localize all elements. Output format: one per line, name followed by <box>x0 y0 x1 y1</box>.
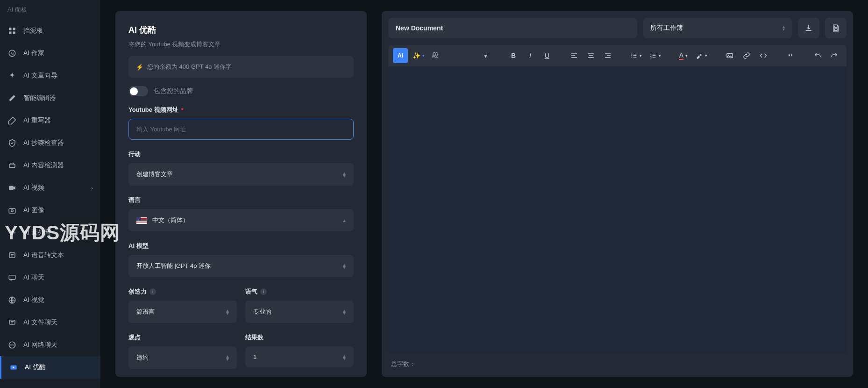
chevron-right-icon: › <box>91 185 93 191</box>
sidebar-item-video[interactable]: AI 视频 › <box>0 177 100 199</box>
form-panel: AI 优酷 将您的 Youtube 视频变成博客文章 ⚡ 您的余额为 400 G… <box>115 11 367 377</box>
mic-icon <box>7 251 17 260</box>
redo-button[interactable] <box>827 48 842 63</box>
main: AI 优酷 将您的 Youtube 视频变成博客文章 ⚡ 您的余额为 400 G… <box>100 0 868 388</box>
creativity-label: 创造力 i <box>128 287 237 296</box>
sidebar-item-dashboard[interactable]: 挡泥板 <box>0 20 100 42</box>
underline-button[interactable]: U <box>540 48 555 63</box>
workbook-select[interactable]: 所有工作簿 ▴▾ <box>643 18 792 38</box>
chat-icon <box>7 273 17 282</box>
bullet-list-button[interactable]: ▾ <box>627 48 645 63</box>
bold-button[interactable]: B <box>506 48 521 63</box>
chevron-updown-icon: ▴▾ <box>343 309 346 315</box>
sidebar-item-rewriter[interactable]: AI 重写器 <box>0 109 100 132</box>
sidebar-item-label: AI 图像 <box>23 206 44 215</box>
editor-content[interactable] <box>388 66 847 353</box>
info-icon: i <box>260 288 267 295</box>
text-color-button[interactable]: A▾ <box>676 48 691 63</box>
svg-text:3: 3 <box>650 57 652 59</box>
svg-rect-7 <box>9 186 14 190</box>
pen-icon <box>7 93 17 103</box>
sidebar-item-writer[interactable]: AI AI 作家 <box>0 42 100 65</box>
svg-point-17 <box>631 55 632 56</box>
ai-button[interactable]: AI <box>393 48 408 63</box>
sidebar-item-filechat[interactable]: AI 文件聊天 <box>0 311 100 334</box>
sidebar-item-plagiarism[interactable]: AI 抄袭检查器 <box>0 132 100 154</box>
svg-rect-2 <box>9 32 11 34</box>
sidebar-item-youku[interactable]: AI 优酷 <box>0 356 100 379</box>
sidebar-item-stt[interactable]: AI 语音转文本 <box>0 244 100 266</box>
document-name-input[interactable] <box>388 18 637 38</box>
sidebar-item-label: AI 网络聊天 <box>23 341 57 349</box>
sidebar-item-label: AI 语音转文本 <box>23 251 64 259</box>
link-button[interactable] <box>739 48 754 63</box>
youtube-url-input[interactable] <box>128 119 354 140</box>
model-select[interactable]: 开放人工智能 |GPT 4o 迷你 ▴▾ <box>128 255 354 277</box>
highlight-button[interactable]: ▾ <box>693 48 710 63</box>
number-list-button[interactable]: 123▾ <box>647 48 664 63</box>
lang-label: 语言 <box>128 196 354 204</box>
sidebar-item-chat[interactable]: AI 聊天 <box>0 266 100 289</box>
sidebar-item-label: AI 内容检测器 <box>23 161 64 170</box>
sidebar-item-editor[interactable]: 智能编辑器 <box>0 87 100 109</box>
sidebar-item-label: AI 视觉 <box>23 296 44 304</box>
sidebar-item-image[interactable]: AI 图像 <box>0 199 100 222</box>
align-center-button[interactable] <box>583 48 598 63</box>
sidebar-item-wizard[interactable]: AI 文章向导 <box>0 65 100 87</box>
brand-toggle[interactable] <box>128 86 148 96</box>
paragraph-select[interactable]: 段▾ <box>429 51 490 60</box>
download-button[interactable] <box>798 18 819 38</box>
sidebar-item-label: AI 作家 <box>23 49 44 57</box>
model-label: AI 模型 <box>128 242 354 250</box>
bolt-icon: ⚡ <box>136 64 143 71</box>
svg-rect-6 <box>9 164 15 168</box>
flag-us-icon <box>136 217 147 224</box>
results-label: 结果数 <box>245 333 354 342</box>
sidebar-item-label: AI 优酷 <box>25 363 46 372</box>
quote-button[interactable] <box>783 48 798 63</box>
edit-icon <box>7 116 17 125</box>
sidebar-item-label: AI 聊天 <box>23 273 44 282</box>
results-select[interactable]: 1 ▴▾ <box>245 346 354 367</box>
detector-icon <box>7 161 17 170</box>
svg-rect-3 <box>13 32 15 34</box>
action-label: 行动 <box>128 150 354 158</box>
sidebar-item-voiceover[interactable]: AI 画外音 › <box>0 222 100 244</box>
svg-rect-10 <box>9 253 15 258</box>
creativity-select[interactable]: 源语言 ▴▾ <box>128 301 237 323</box>
brand-toggle-label: 包含您的品牌 <box>154 87 193 95</box>
chevron-updown-icon: ▴▾ <box>226 355 229 360</box>
action-select[interactable]: 创建博客文章 ▴▾ <box>128 163 354 186</box>
language-select[interactable]: 中文（简体） ▴ <box>128 209 354 231</box>
balance-text: 您的余额为 400 GPT 4o 迷你字 <box>147 63 232 71</box>
sidebar-item-webchat[interactable]: AI 网络聊天 <box>0 334 100 356</box>
sidebar-item-label: AI 画外音 <box>23 229 51 237</box>
sidebar-item-detector[interactable]: AI 内容检测器 <box>0 154 100 177</box>
page-title: AI 优酷 <box>128 24 354 36</box>
audio-icon <box>7 228 17 237</box>
sidebar-item-label: AI 重写器 <box>23 116 51 125</box>
undo-button[interactable] <box>810 48 825 63</box>
video-icon <box>7 183 17 193</box>
sidebar-item-label: AI 抄袭检查器 <box>23 139 64 147</box>
toggle-knob <box>130 87 138 95</box>
image-button[interactable] <box>722 48 737 63</box>
required-mark: * <box>181 107 184 114</box>
pov-select[interactable]: 违约 ▴▾ <box>128 346 237 369</box>
editor-toolbar: AI ✨▾ 段▾ B I U ▾ 123▾ A▾ ▾ <box>388 45 847 66</box>
magic-button[interactable]: ✨▾ <box>410 48 427 63</box>
sidebar-item-label: 智能编辑器 <box>23 94 56 102</box>
align-left-button[interactable] <box>567 48 582 63</box>
code-button[interactable] <box>756 48 771 63</box>
save-button[interactable] <box>825 18 847 38</box>
chevron-updown-icon: ▴▾ <box>343 172 346 177</box>
file-chat-icon <box>7 318 17 327</box>
chevron-updown-icon: ▴▾ <box>343 263 346 269</box>
align-right-button[interactable] <box>600 48 615 63</box>
tone-select[interactable]: 专业的 ▴▾ <box>245 301 354 323</box>
svg-rect-0 <box>9 28 11 30</box>
sidebar-item-vision[interactable]: AI 视觉 <box>0 289 100 311</box>
ai-icon: AI <box>7 49 17 58</box>
italic-button[interactable]: I <box>523 48 538 63</box>
svg-rect-1 <box>13 28 15 30</box>
